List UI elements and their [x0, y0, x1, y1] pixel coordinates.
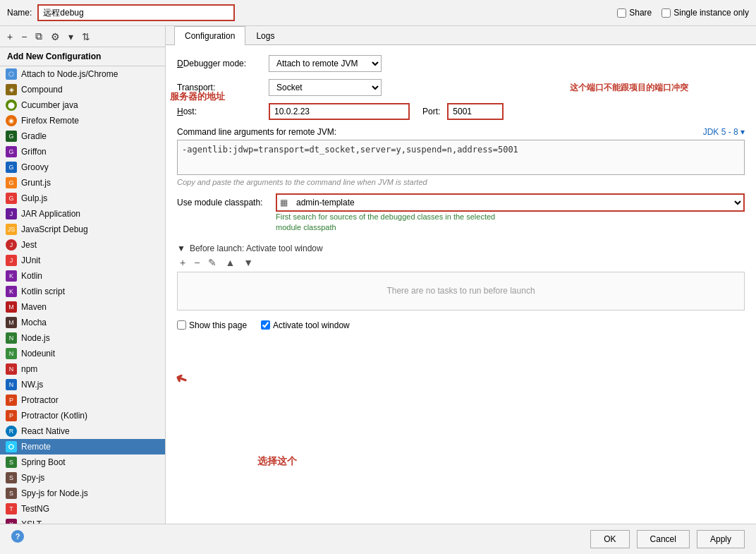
sidebar-list: ⬡Attach to Node.js/Chrome◈Compound⬤Cucum… [0, 66, 165, 524]
sidebar-item-label: TestNG [21, 504, 49, 514]
settings-btn[interactable]: ⚙ [48, 30, 63, 44]
cmd-hint: Copy and paste the arguments to the comm… [177, 178, 745, 186]
port-input[interactable] [447, 103, 504, 120]
sidebar-item[interactable]: SSpy-js for Node.js [0, 486, 165, 501]
sidebar-item[interactable]: GGulp.js [0, 191, 165, 206]
gradle-icon: G [6, 131, 17, 142]
host-port-row: Host: Port: [177, 103, 745, 120]
sidebar-item[interactable]: MMaven [0, 299, 165, 315]
sidebar-item[interactable]: SSpy-js [0, 470, 165, 486]
host-label: Host: [177, 107, 262, 116]
sidebar-item-label: npm [21, 364, 37, 374]
sidebar-item[interactable]: GGrunt.js [0, 175, 165, 191]
transport-select[interactable]: Socket [269, 79, 382, 96]
sidebar-item[interactable]: ⬡Remote [0, 439, 165, 454]
share-checkbox-label[interactable]: Share [617, 8, 652, 18]
apply-button[interactable]: Apply [697, 530, 745, 548]
module-section: Use module classpath: ▦ admin-template F… [177, 193, 745, 234]
sidebar-item[interactable]: XXSLT [0, 517, 165, 524]
sidebar-item[interactable]: ⬤Cucumber java [0, 97, 165, 113]
sidebar-item[interactable]: GGriffon [0, 144, 165, 159]
sidebar-item[interactable]: JSJavaScript Debug [0, 222, 165, 237]
ok-button[interactable]: OK [590, 530, 629, 548]
sidebar-item[interactable]: ◈Compound [0, 82, 165, 97]
sidebar-item[interactable]: KKotlin [0, 268, 165, 284]
cmd-label: Command line arguments for remote JVM: [177, 127, 336, 137]
tab-logs[interactable]: Logs [245, 26, 285, 45]
add-config-btn[interactable]: + [4, 30, 16, 44]
before-launch-down-btn[interactable]: ▼ [240, 256, 256, 269]
jest-icon: J [6, 239, 17, 251]
sidebar-item[interactable]: RReact Native [0, 423, 165, 439]
groovy-icon: G [6, 162, 17, 173]
sidebar-item[interactable]: SSpring Boot [0, 454, 165, 470]
sidebar-item[interactable]: KKotlin script [0, 284, 165, 299]
bottom-checkboxes: Show this page Activate tool window [177, 318, 745, 330]
sidebar-item-label: Spy-js [21, 473, 44, 483]
dialog-content: + − ⧉ ⚙ ▾ ⇅ Add New Configuration ⬡Attac… [0, 26, 756, 524]
activate-window-label[interactable]: Activate tool window [261, 320, 350, 330]
sidebar-item-label: React Native [21, 426, 70, 436]
sidebar-item[interactable]: NNW.js [0, 377, 165, 392]
cancel-button[interactable]: Cancel [637, 530, 690, 548]
sidebar-item[interactable]: MMocha [0, 315, 165, 330]
help-icon[interactable]: ? [11, 530, 24, 543]
bottom-bar: ? OK Cancel Apply [0, 524, 756, 554]
sidebar-item[interactable]: ◉Firefox Remote [0, 113, 165, 128]
nodejs-icon: N [6, 332, 17, 344]
sidebar-item[interactable]: ⬡Attach to Node.js/Chrome [0, 66, 165, 82]
sidebar-item-label: Node.js [21, 333, 50, 343]
single-instance-checkbox-label[interactable]: Single instance only [662, 8, 749, 18]
sidebar-item[interactable]: PProtractor (Kotlin) [0, 408, 165, 423]
junit-icon: J [6, 255, 17, 266]
before-launch-header[interactable]: ▼ Before launch: Activate tool window [177, 243, 745, 253]
debugger-mode-label: DDebugger mode: [177, 59, 262, 68]
sidebar-item[interactable]: JJAR Application [0, 206, 165, 222]
show-page-checkbox[interactable] [177, 320, 186, 330]
sidebar-item[interactable]: JJUnit [0, 253, 165, 268]
springboot-icon: S [6, 457, 17, 468]
sidebar-item[interactable]: JJest [0, 237, 165, 253]
before-launch-up-btn[interactable]: ▲ [222, 256, 238, 269]
remove-config-btn[interactable]: − [18, 30, 30, 44]
sort-btn[interactable]: ⇅ [79, 30, 93, 44]
sidebar-item[interactable]: PProtractor [0, 392, 165, 408]
maven-icon: M [6, 301, 17, 313]
dropdown-btn[interactable]: ▾ [66, 30, 76, 44]
cmd-textarea[interactable] [177, 140, 745, 175]
sidebar-item-label: Nodeunit [21, 349, 55, 359]
sidebar-item[interactable]: TTestNG [0, 501, 165, 517]
sidebar-item[interactable]: GGroovy [0, 159, 165, 175]
sidebar-item-label: Protractor (Kotlin) [21, 411, 87, 421]
firefox-icon: ◉ [6, 115, 17, 126]
sidebar-item[interactable]: Nnpm [0, 361, 165, 377]
sidebar-item-label: Grunt.js [21, 178, 51, 188]
before-launch-edit-btn[interactable]: ✎ [205, 256, 219, 269]
sidebar-item[interactable]: NNodeunit [0, 346, 165, 361]
show-page-label[interactable]: Show this page [177, 320, 247, 330]
share-checkbox[interactable] [617, 8, 626, 18]
sidebar-item-label: Mocha [21, 318, 47, 327]
remote-icon: ⬡ [6, 441, 17, 452]
griffon-icon: G [6, 146, 17, 157]
xslt-icon: X [6, 519, 17, 524]
sidebar-item[interactable]: GGradle [0, 128, 165, 144]
single-instance-checkbox[interactable] [662, 8, 671, 18]
activate-window-checkbox[interactable] [261, 320, 270, 330]
host-input[interactable] [269, 103, 410, 120]
before-launch-remove-btn[interactable]: − [191, 256, 202, 269]
port-label: Port: [422, 107, 440, 116]
cmd-section: Command line arguments for remote JVM: J… [177, 127, 745, 186]
copy-config-btn[interactable]: ⧉ [32, 29, 45, 44]
name-input[interactable] [37, 4, 235, 21]
tab-configuration[interactable]: Configuration [174, 26, 245, 45]
module-label: Use module classpath: [177, 198, 269, 207]
before-launch-section: ▼ Before launch: Activate tool window + … [177, 243, 745, 311]
before-launch-add-btn[interactable]: + [177, 256, 188, 269]
module-select[interactable]: admin-template [291, 195, 743, 210]
sidebar-item[interactable]: NNode.js [0, 330, 165, 346]
jdk-version-select[interactable]: JDK 5 - 8 ▾ [703, 127, 745, 137]
compound-icon: ◈ [6, 84, 17, 95]
debugger-mode-row: DDebugger mode: Attach to remote JVM [177, 55, 745, 72]
debugger-mode-select[interactable]: Attach to remote JVM [269, 55, 382, 72]
